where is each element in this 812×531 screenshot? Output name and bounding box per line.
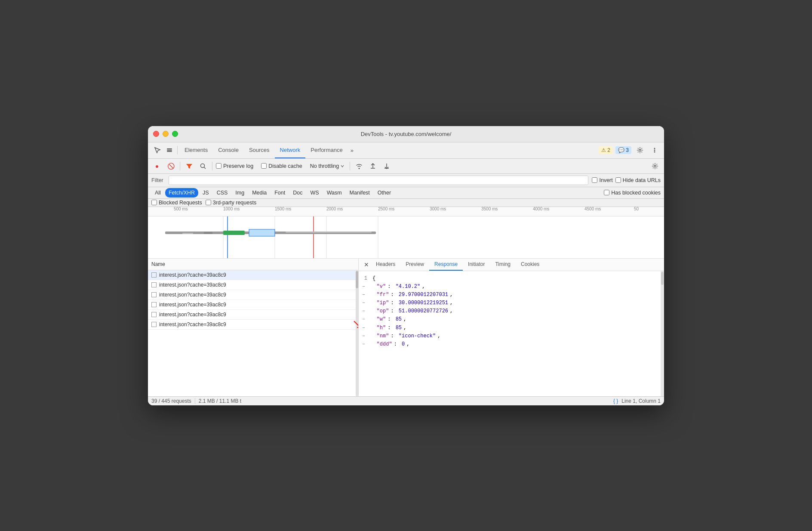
record-button[interactable]: ● [151, 161, 163, 172]
svg-point-4 [654, 148, 655, 149]
layers-icon[interactable] [163, 144, 175, 156]
tick-3000: 3000 ms [430, 207, 446, 212]
blocked-cookies-checkbox[interactable] [604, 190, 609, 195]
request-name: interest.json?cache=39ac8c9 [159, 272, 226, 278]
type-btn-manifest[interactable]: Manifest [346, 188, 373, 198]
colon: : [388, 283, 394, 291]
maximize-button[interactable] [172, 131, 178, 137]
colon: : [388, 324, 394, 332]
comma: , [437, 332, 440, 340]
line-num: 1 [362, 275, 371, 283]
wifi-icon[interactable] [354, 161, 365, 172]
type-btn-media[interactable]: Media [249, 188, 270, 198]
type-btn-font[interactable]: Font [271, 188, 289, 198]
request-row[interactable]: interest.json?cache=39ac8c9 [148, 280, 358, 290]
tab-sources[interactable]: Sources [244, 142, 275, 158]
tab-performance[interactable]: Performance [305, 142, 348, 158]
more-options-icon[interactable] [649, 144, 661, 156]
json-key: "v" [370, 283, 386, 291]
invert-checkbox[interactable] [592, 177, 597, 183]
request-checkbox[interactable] [151, 322, 157, 327]
warning-badge[interactable]: ⚠ 2 [599, 146, 613, 154]
type-btn-other[interactable]: Other [374, 188, 394, 198]
minimize-button[interactable] [163, 131, 169, 137]
tab-divider [177, 146, 178, 154]
close-button[interactable] [153, 131, 159, 137]
tick-1500: 1500 ms [275, 207, 291, 212]
search-icon[interactable] [197, 161, 209, 172]
tab-headers[interactable]: Headers [371, 259, 400, 271]
request-row[interactable]: interest.json?cache=39ac8c9 [148, 310, 358, 320]
network-settings-icon[interactable] [649, 161, 661, 172]
badge-area: ⚠ 2 💬 3 [599, 144, 661, 156]
type-btn-doc[interactable]: Doc [289, 188, 306, 198]
tab-console[interactable]: Console [213, 142, 244, 158]
timeline-chart [148, 216, 664, 259]
json-key: "w" [370, 315, 386, 324]
tick-2500: 2500 ms [378, 207, 394, 212]
request-name: interest.json?cache=39ac8c9 [159, 302, 226, 308]
request-checkbox[interactable] [151, 272, 157, 278]
request-checkbox[interactable] [151, 292, 157, 297]
devtools-tab-bar: Elements Console Sources Network Perform… [148, 142, 664, 159]
line-num: – [362, 307, 369, 315]
type-btn-js[interactable]: JS [199, 188, 212, 198]
message-badge[interactable]: 💬 3 [615, 146, 631, 154]
json-key: "fr" [370, 291, 389, 299]
tab-timing[interactable]: Timing [490, 259, 516, 271]
code-line-3: – "fr": 29.9700012207031, [362, 291, 661, 299]
tab-response[interactable]: Response [429, 259, 463, 271]
svg-line-8 [204, 167, 206, 169]
third-party-checkbox[interactable] [206, 200, 211, 205]
colon: : [388, 315, 394, 324]
request-name: interest.json?cache=39ac8c9 [159, 292, 226, 298]
request-checkbox[interactable] [151, 312, 157, 317]
settings-icon[interactable] [634, 144, 646, 156]
type-btn-all[interactable]: All [151, 188, 164, 198]
type-btn-img[interactable]: Img [232, 188, 248, 198]
tab-network[interactable]: Network [275, 142, 306, 158]
download-icon[interactable] [381, 161, 392, 172]
type-btn-fetch-xhr[interactable]: Fetch/XHR [165, 188, 198, 198]
tick-4500: 4500 ms [584, 207, 601, 212]
tab-cookies[interactable]: Cookies [516, 259, 544, 271]
blocked-requests-checkbox[interactable] [151, 200, 157, 205]
tab-more-button[interactable]: » [348, 147, 356, 154]
json-number-value: 30.0000012219251 [399, 299, 448, 307]
svg-point-3 [639, 149, 641, 151]
filter-icon[interactable] [184, 161, 195, 172]
type-btn-wasm[interactable]: Wasm [323, 188, 345, 198]
request-row[interactable]: interest.json?cache=39ac8c9 ↘ [148, 320, 358, 330]
blocked-requests-option: Blocked Requests [151, 200, 202, 206]
tab-elements[interactable]: Elements [179, 142, 213, 158]
comma: , [450, 307, 453, 315]
blocked-cookies-option: Has blocked cookies [604, 190, 661, 196]
request-checkbox[interactable] [151, 302, 157, 307]
pretty-print-button[interactable]: { } [613, 398, 618, 404]
code-line-1: 1 { [362, 275, 661, 283]
devtools-window: DevTools - tv.youtube.com/welcome/ Eleme… [148, 126, 664, 405]
comma: , [422, 283, 425, 291]
hide-data-urls-checkbox[interactable] [615, 177, 621, 183]
clear-button[interactable]: 🚫 [165, 161, 176, 172]
request-row[interactable]: interest.json?cache=39ac8c9 [148, 300, 358, 310]
disable-cache-checkbox[interactable] [261, 163, 267, 169]
json-number-value: 85 [396, 315, 402, 324]
request-row[interactable]: interest.json?cache=39ac8c9 [148, 270, 358, 280]
type-btn-ws[interactable]: WS [307, 188, 322, 198]
upload-icon[interactable] [367, 161, 378, 172]
request-name: interest.json?cache=39ac8c9 [159, 282, 226, 288]
type-btn-css[interactable]: CSS [213, 188, 231, 198]
svg-rect-23 [204, 232, 212, 234]
request-row[interactable]: interest.json?cache=39ac8c9 [148, 290, 358, 300]
tab-initiator[interactable]: Initiator [463, 259, 490, 271]
line-num: – [362, 340, 369, 349]
line-num: – [362, 324, 369, 332]
cursor-icon[interactable] [151, 144, 163, 156]
tab-preview[interactable]: Preview [400, 259, 429, 271]
close-detail-button[interactable]: ✕ [362, 260, 371, 269]
request-checkbox[interactable] [151, 282, 157, 287]
status-bar: 39 / 445 requests 2.1 MB / 11.1 MB t { }… [148, 396, 664, 405]
throttle-selector[interactable]: No throttling [308, 162, 346, 170]
preserve-log-checkbox[interactable] [216, 163, 221, 169]
